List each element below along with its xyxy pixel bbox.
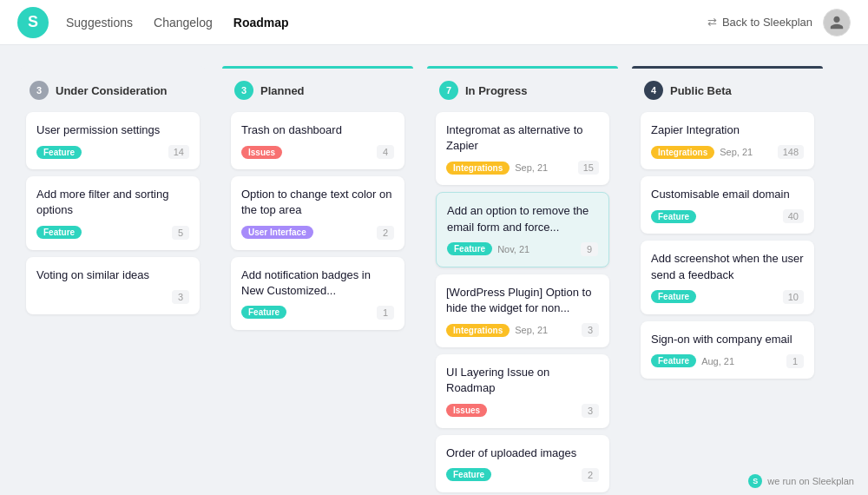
card-meta: Feature [36,146,82,159]
card-meta: Feature [36,226,82,239]
app-footer: S we run on Sleekplan [734,467,868,495]
card[interactable]: Zapier IntegrationIntegrationsSep, 21148 [641,112,814,169]
card-count: 15 [578,161,599,175]
card-title: Sign-on with company email [651,332,804,347]
card-date: Sep, 21 [515,162,548,173]
card-footer: Feature2 [446,468,599,482]
back-label: Back to Sleekplan [722,16,812,29]
card-title: Customisable email domain [651,187,804,202]
card-count: 2 [377,226,394,240]
card-footer: IntegrationsSep, 2115 [446,161,599,175]
card-footer: FeatureNov, 219 [447,242,598,256]
card-footer: Issues3 [446,404,599,418]
card[interactable]: Voting on similar ideas3 [26,257,200,314]
card-meta: Feature [651,290,696,303]
card-footer: IntegrationsSep, 21148 [651,145,804,159]
card-title: Add notification badges in New Customize… [241,267,394,299]
card-tag: User Interface [241,226,313,239]
card-meta: Feature [241,306,286,319]
board-main: 3Under ConsiderationUser permission sett… [0,45,868,495]
column-count-badge: 3 [234,81,253,100]
column-title: Public Beta [670,84,732,97]
nav-roadmap[interactable]: Roadmap [233,16,289,30]
card-title: Order of uploaded images [446,446,599,461]
card[interactable]: Add an option to remove the email form a… [436,192,609,267]
card-footer: Feature5 [36,226,189,240]
card-meta: IntegrationsSep, 21 [651,146,753,159]
card-meta: IntegrationsSep, 21 [446,324,548,337]
card-meta: Issues [446,404,487,417]
card-title: Add screenshot when the user send a feed… [651,251,804,282]
card-count: 1 [377,306,394,320]
card-footer: FeatureAug, 211 [651,354,804,368]
column-count-badge: 7 [439,81,458,100]
card-count: 40 [783,209,804,223]
column-consideration: 3Under ConsiderationUser permission sett… [17,66,208,495]
card-date: Aug, 21 [701,356,734,366]
card-meta: FeatureNov, 21 [447,242,529,255]
card-title: Add an option to remove the email form a… [447,203,598,234]
card-title: Voting on similar ideas [36,267,189,283]
column-header-inprogress: 7In Progress [427,69,618,109]
main-nav: Suggestions Changelog Roadmap [66,16,707,30]
card-tag: Issues [446,404,487,417]
card-date: Nov, 21 [497,244,529,254]
column-count-badge: 3 [30,81,49,100]
card-meta: User Interface [241,226,313,239]
card[interactable]: Add notification badges in New Customize… [231,257,404,330]
card-date: Sep, 21 [720,147,753,157]
card-count: 3 [582,404,599,418]
card[interactable]: Add screenshot when the user send a feed… [641,241,814,314]
column-header-consideration: 3Under Consideration [17,69,208,109]
card-title: [WordPress Plugin] Option to hide the wi… [446,285,599,316]
card-meta: Feature [446,468,491,481]
card-title: Integromat as alternative to Zapier [446,122,599,154]
card-tag: Feature [651,210,696,223]
link-icon: ⇄ [707,16,717,29]
column-title: Planned [260,84,305,97]
card-title: Add more filter and sorting options [36,187,189,218]
card-tag: Integrations [446,324,510,337]
card-tag: Feature [651,290,696,303]
footer-text: we run on Sleekplan [767,476,854,486]
card[interactable]: Option to change text color on the top a… [231,176,404,249]
card[interactable]: Add more filter and sorting optionsFeatu… [26,176,200,249]
card-footer: Feature10 [651,290,804,304]
card-date: Sep, 21 [515,325,548,335]
card[interactable]: Customisable email domainFeature40 [641,176,814,234]
card-count: 9 [581,242,598,256]
card-count: 4 [377,145,394,159]
card[interactable]: Trash on dashboardIssues4 [231,112,404,169]
card-tag: Feature [36,146,82,159]
column-title: Under Consideration [56,84,168,97]
nav-suggestions[interactable]: Suggestions [66,16,133,30]
card-title: Option to change text color on the top a… [241,187,394,218]
card-tag: Feature [241,306,286,319]
card-title: UI Layering Issue on Roadmap [446,365,599,396]
app-header: S Suggestions Changelog Roadmap ⇄ Back t… [0,0,868,45]
card-meta: FeatureAug, 21 [651,354,734,367]
card-footer: User Interface2 [241,226,394,240]
card-footer: Feature1 [241,306,394,320]
card[interactable]: [WordPress Plugin] Option to hide the wi… [436,274,609,347]
column-planned: 3PlannedTrash on dashboardIssues4Option … [222,66,413,495]
nav-changelog[interactable]: Changelog [154,16,213,30]
back-to-sleekplan[interactable]: ⇄ Back to Sleekplan [707,16,812,29]
card[interactable]: User permission settingsFeature14 [26,112,200,169]
card-footer: 3 [36,290,189,304]
card[interactable]: Integromat as alternative to ZapierInteg… [436,112,609,185]
header-right: ⇄ Back to Sleekplan [707,9,851,36]
card-title: User permission settings [36,122,189,138]
column-cards: User permission settingsFeature14Add mor… [17,109,208,323]
card[interactable]: UI Layering Issue on RoadmapIssues3 [436,354,609,427]
card-footer: Feature14 [36,145,189,159]
card-meta: IntegrationsSep, 21 [446,162,548,175]
card-meta: Issues [241,146,282,159]
footer-logo: S [748,474,762,488]
column-publicbeta: 4Public BetaZapier IntegrationIntegratio… [632,66,823,495]
card[interactable]: Sign-on with company emailFeatureAug, 21… [641,321,814,379]
column-cards: Integromat as alternative to ZapierInteg… [427,109,618,495]
card-title: Trash on dashboard [241,122,394,138]
user-avatar[interactable] [823,9,851,36]
card[interactable]: Order of uploaded imagesFeature2 [436,435,609,492]
